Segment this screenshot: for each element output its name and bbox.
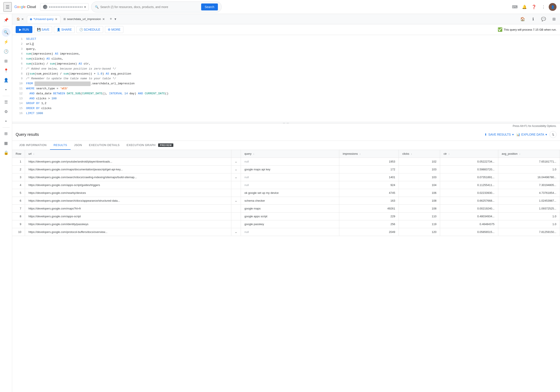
code-line-4: 4 sum(impressions) AS impressions, [12, 51, 560, 57]
avg-position-cell: 1.0 [498, 166, 560, 173]
table-icon: ⊞ [63, 17, 66, 21]
tab-overflow-button[interactable]: ▾ [114, 17, 116, 21]
save-results-dropdown[interactable]: ▾ [512, 133, 514, 136]
url-cell[interactable]: https://developers.google.com/search/doc… [25, 197, 231, 205]
sidebar-icon-dot: • [2, 85, 10, 94]
tab-chat-btn[interactable]: 💬 [539, 15, 548, 23]
th-url[interactable]: url ↕ [25, 150, 231, 158]
code-line-3: 3 query, [12, 47, 560, 52]
save-results-button[interactable]: ⬇ SAVE RESULTS ▾ [484, 133, 514, 136]
impressions-cell: 172 [339, 166, 399, 173]
clicks-cell: 120 [399, 228, 440, 236]
tab-home[interactable]: 🏠 ✕ [14, 16, 27, 23]
more-options-button[interactable]: ⋮ [539, 3, 548, 11]
terminal-button[interactable]: ⌨ [510, 3, 519, 11]
more-button[interactable]: ⚙ MORE [105, 26, 123, 33]
expand-url-cell[interactable]: ⌄ [231, 166, 241, 173]
table-body: 1 https://developers.google.com/youtube/… [12, 158, 560, 236]
global-search-bar[interactable]: 🔍 Search [91, 1, 221, 12]
results-panel: Query results ⬇ SAVE RESULTS ▾ 📊 EXPLORE… [12, 128, 560, 392]
avg-position-cell: 4.73761854... [498, 189, 560, 197]
url-cell[interactable]: https://developers.google.com/identity/p… [25, 220, 231, 228]
sidebar-icon-history[interactable]: 🕐 [2, 47, 10, 56]
notifications-button[interactable]: 🔔 [520, 3, 529, 11]
clicks-cell: 106 [399, 189, 440, 197]
th-clicks[interactable]: clicks ↕ [399, 150, 440, 158]
row-number: 8 [12, 212, 25, 220]
tab-json[interactable]: JSON [70, 141, 86, 150]
sidebar-icon-lock[interactable]: 🔒 [2, 148, 10, 157]
top-navigation: ☰ Google Cloud ●●●●●●●●●●●●●●●●●●●● ▾ 🔍 … [0, 0, 560, 14]
preview-badge: PREVIEW [158, 143, 173, 147]
run-button[interactable]: ▶ RUN [16, 26, 32, 33]
tab-searchdata[interactable]: ⊞ searchdata_url_impression ✕ [61, 16, 108, 23]
impressions-cell: 256 [339, 220, 399, 228]
add-tab-button[interactable]: + [108, 16, 114, 22]
query-cell: google apps script [241, 212, 339, 220]
share-button[interactable]: 👤 SHARE [54, 26, 74, 33]
explore-dropdown[interactable]: ▾ [545, 133, 547, 136]
expand-url-cell[interactable]: ⌄ [231, 173, 241, 181]
sidebar-icon-person[interactable]: 👤 [2, 76, 10, 85]
explore-data-button[interactable]: 📊 EXPLORE DATA ▾ [516, 133, 547, 136]
help-button[interactable]: ❓ [530, 3, 538, 11]
th-query[interactable]: query ↕ [241, 150, 339, 158]
url-cell[interactable]: https://developers.google.com/protocol-b… [25, 228, 231, 236]
data-table-wrapper[interactable]: Row url ↕ query ↕ impressions ↕ clicks ↕… [12, 150, 560, 392]
tab-execution-details[interactable]: EXECUTION DETAILS [86, 141, 123, 150]
search-input[interactable] [100, 5, 200, 9]
tab-unsaved-query[interactable]: ◉ *Unsaved query ✕ [27, 15, 60, 23]
expand-url-cell[interactable]: ⌄ [231, 197, 241, 205]
th-ctr[interactable]: ctr ↕ [440, 150, 498, 158]
row-number: 6 [12, 197, 25, 205]
tab-searchdata-close[interactable]: ✕ [102, 17, 105, 21]
sidebar-icon-dashboard[interactable]: ⊞ [2, 129, 10, 138]
table-row: 8 https://developers.google.com/apps-scr… [12, 212, 560, 220]
tab-unsaved-close[interactable]: ✕ [55, 17, 58, 21]
url-cell[interactable]: https://developers.google.com/apps-scrip… [25, 212, 231, 220]
expand-button[interactable]: ⇅ [550, 131, 557, 138]
sidebar-icon-pin[interactable]: 📌 [2, 16, 10, 24]
tab-results[interactable]: RESULTS [50, 141, 70, 150]
expand-url-cell[interactable]: ⌄ [231, 228, 241, 236]
tab-home-btn[interactable]: 🏠 [518, 15, 527, 23]
url-cell[interactable]: https://developers.google.com/maps/docum… [25, 166, 231, 173]
sidebar-icon-settings[interactable]: ⚙ [2, 107, 10, 116]
tab-execution-graph[interactable]: EXECUTION GRAPH PREVIEW [123, 141, 177, 150]
th-avg-position[interactable]: avg_position ↕ [498, 150, 560, 158]
sidebar-icon-table[interactable]: ▦ [2, 139, 10, 148]
resize-handle[interactable]: — — [12, 122, 560, 124]
tab-job-information[interactable]: JOB INFORMATION [16, 141, 50, 150]
url-cell[interactable]: https://developers.google.com/search/doc… [25, 173, 231, 181]
user-avatar[interactable]: 👤 [549, 3, 557, 11]
th-impressions[interactable]: impressions ↕ [339, 150, 399, 158]
url-cell[interactable]: https://developers.google.com/youtube/an… [25, 158, 231, 166]
tab-info-btn[interactable]: ℹ [529, 15, 537, 23]
impressions-cell: 1953 [339, 158, 399, 166]
save-button[interactable]: 💾 SAVE [34, 26, 52, 33]
sidebar-icon-list[interactable]: ☰ [2, 98, 10, 106]
results-header: Query results ⬇ SAVE RESULTS ▾ 📊 EXPLORE… [12, 128, 560, 141]
tab-split-btn[interactable]: ⊞ [550, 15, 558, 23]
menu-button[interactable]: ☰ [3, 2, 12, 12]
tab-home-close[interactable]: ✕ [21, 17, 24, 21]
project-selector[interactable]: ●●●●●●●●●●●●●●●●●●●● ▾ [40, 3, 88, 11]
sidebar-icon-pin2[interactable]: 📍 [2, 66, 10, 75]
table-row: 5 https://developers.google.com/nearby/d… [12, 189, 560, 197]
table-row: 9 https://developers.google.com/identity… [12, 220, 560, 228]
avg-position-cell: 7.81259150... [498, 228, 560, 236]
search-button[interactable]: Search [201, 3, 218, 10]
clicks-cell: 108 [399, 205, 440, 212]
sidebar-icon-search[interactable]: 🔍 [2, 28, 10, 37]
row-number: 2 [12, 166, 25, 173]
url-cell[interactable]: https://developers.google.com/nearby/dev… [25, 189, 231, 197]
url-cell[interactable]: https://developers.google.com/maps?hl=fr [25, 205, 231, 212]
sidebar-icon-tune[interactable]: ⚡ [2, 38, 10, 46]
url-cell[interactable]: https://developers.google.com/apps-scrip… [25, 181, 231, 189]
schedule-button[interactable]: 🕐 SCHEDULE [76, 26, 103, 33]
sidebar-icon-compare[interactable]: ⊞ [2, 57, 10, 65]
expand-url-cell[interactable]: ⌄ [231, 158, 241, 166]
code-editor[interactable]: 1 SELECT 2 url, 3 query, 4 sum(impressio… [12, 35, 560, 122]
table-row: 10 https://developers.google.com/protoco… [12, 228, 560, 236]
query-cell: null [241, 173, 339, 181]
